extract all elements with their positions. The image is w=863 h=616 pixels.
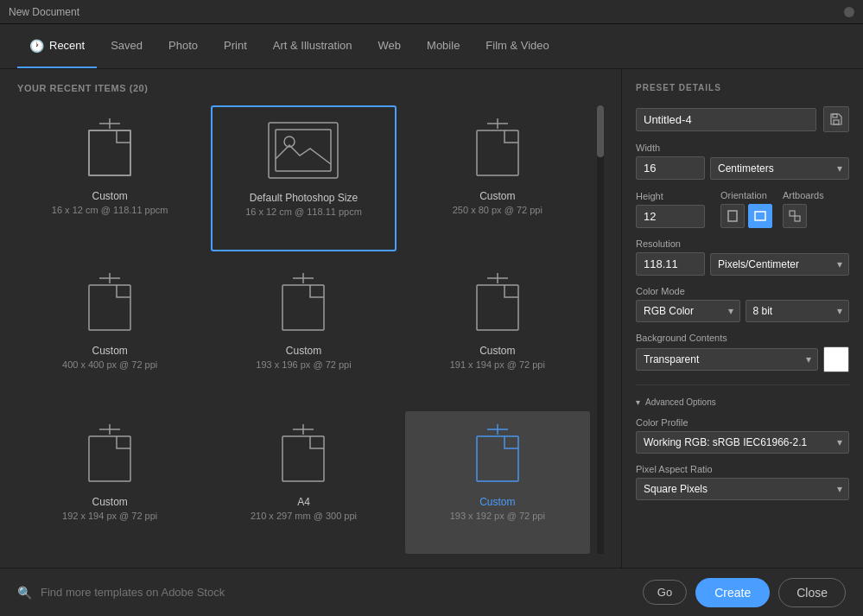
width-unit-wrapper: Centimeters Pixels Inches Millimeters <box>710 157 849 180</box>
advanced-options-toggle[interactable]: ▾ Advanced Options <box>636 397 849 407</box>
orient-artboard-group: Orientation Artboards <box>720 190 824 228</box>
svg-rect-26 <box>477 436 518 481</box>
grid-item-2[interactable]: Default Photoshop Size 16 x 12 cm @ 118.… <box>211 105 396 251</box>
grid-item-9[interactable]: Custom 193 x 192 px @ 72 ppi <box>405 411 590 554</box>
width-field-group: Width Centimeters Pixels Inches Millimet… <box>636 143 849 180</box>
tab-photo[interactable]: Photo <box>156 24 210 68</box>
bg-swatch[interactable] <box>823 346 849 372</box>
grid-item-5[interactable]: Custom 193 x 196 px @ 72 ppi <box>211 260 396 403</box>
save-preset-button[interactable] <box>823 106 849 132</box>
color-profile-select[interactable]: Working RGB: sRGB IEC61966-2.1 <box>636 431 849 454</box>
item-name-5: Custom <box>286 345 321 357</box>
preset-name-input[interactable] <box>636 108 816 131</box>
item-name-8: A4 <box>297 496 310 508</box>
svg-rect-17 <box>477 285 518 330</box>
item-preview-6 <box>454 269 541 338</box>
resolution-unit-select[interactable]: Pixels/Centimeter Pixels/Inch <box>710 253 849 276</box>
item-preview-4 <box>67 269 153 338</box>
height-input[interactable] <box>636 205 705 228</box>
item-desc-5: 193 x 196 px @ 72 ppi <box>256 359 351 370</box>
create-button[interactable]: Create <box>695 578 770 607</box>
item-name-2: Default Photoshop Size <box>250 192 358 204</box>
item-name-6: Custom <box>479 345 515 357</box>
color-mode-label: Color Mode <box>636 286 849 296</box>
left-panel: YOUR RECENT ITEMS (20) C <box>0 69 621 568</box>
height-label: Height <box>636 191 705 201</box>
resolution-field-group: Resolution Pixels/Centimeter Pixels/Inch <box>636 238 849 276</box>
tabs-row: 🕐 Recent Saved Photo Print Art & Illustr… <box>0 24 863 69</box>
svg-rect-14 <box>282 285 324 330</box>
bg-contents-field-group: Background Contents Transparent White Ba… <box>636 333 849 372</box>
artboards-button[interactable] <box>783 204 807 228</box>
tab-art[interactable]: Art & Illustration <box>261 24 365 68</box>
orientation-group: Orientation <box>720 190 772 228</box>
tab-print[interactable]: Print <box>212 24 259 68</box>
tab-web[interactable]: Web <box>366 24 414 68</box>
item-preview-8 <box>260 420 346 489</box>
stock-search-input[interactable] <box>41 586 634 599</box>
item-preview-1 <box>67 114 153 183</box>
item-preview-9 <box>454 420 541 489</box>
svg-rect-32 <box>795 216 800 221</box>
tab-saved[interactable]: Saved <box>98 24 155 68</box>
orientation-buttons <box>720 204 772 228</box>
pixel-aspect-field-group: Pixel Aspect Ratio Square Pixels <box>636 464 849 500</box>
grid-item-4[interactable]: Custom 400 x 400 px @ 72 ppi <box>17 260 202 403</box>
bottom-bar: 🔍 Go Create Close <box>0 568 863 616</box>
tab-film[interactable]: Film & Video <box>473 24 561 68</box>
portrait-button[interactable] <box>720 204 745 228</box>
grid-item-6[interactable]: Custom 191 x 194 px @ 72 ppi <box>405 260 590 403</box>
bit-depth-select[interactable]: 8 bit 16 bit 32 bit <box>746 300 850 322</box>
svg-rect-28 <box>833 114 837 117</box>
color-mode-row: RGB Color CMYK Color Grayscale 8 bit 16 … <box>636 300 849 322</box>
bg-contents-select[interactable]: Transparent White Background Color <box>636 348 818 371</box>
width-label: Width <box>636 143 849 153</box>
item-preview-7 <box>67 420 153 489</box>
resolution-input[interactable] <box>636 252 705 276</box>
color-profile-wrapper: Working RGB: sRGB IEC61966-2.1 <box>636 431 849 454</box>
bit-depth-wrapper: 8 bit 16 bit 32 bit <box>746 300 850 322</box>
hw-orient-row: Height Orientation <box>636 190 849 228</box>
close-dialog-button[interactable]: Close <box>778 578 846 607</box>
scrollbar-thumb[interactable] <box>597 105 604 157</box>
item-desc-7: 192 x 194 px @ 72 ppi <box>62 511 157 521</box>
main-area: YOUR RECENT ITEMS (20) C <box>0 69 863 568</box>
bg-contents-label: Background Contents <box>636 333 849 343</box>
item-name-9: Custom <box>479 496 515 508</box>
tab-mobile[interactable]: Mobile <box>415 24 472 68</box>
close-titlebar-button[interactable] <box>844 7 854 17</box>
color-profile-label: Color Profile <box>636 417 849 428</box>
resolution-row: Pixels/Centimeter Pixels/Inch <box>636 252 849 276</box>
grid-item-8[interactable]: A4 210 x 297 mm @ 300 ppi <box>211 411 396 554</box>
preset-title: PRESET DETAILS <box>636 83 849 92</box>
grid-item-1[interactable]: Custom 16 x 12 cm @ 118.11 ppcm <box>17 105 202 251</box>
resolution-label: Resolution <box>636 238 849 249</box>
recent-items-title: YOUR RECENT ITEMS (20) <box>17 83 604 93</box>
grid-item-7[interactable]: Custom 192 x 194 px @ 72 ppi <box>17 411 202 554</box>
scrollbar-track[interactable] <box>597 105 604 554</box>
divider <box>636 384 849 385</box>
width-row: Centimeters Pixels Inches Millimeters <box>636 156 849 180</box>
orientation-label: Orientation <box>720 190 772 200</box>
tab-recent[interactable]: 🕐 Recent <box>17 24 97 68</box>
pixel-aspect-wrapper: Square Pixels <box>636 478 849 500</box>
item-desc-4: 400 x 400 px @ 72 ppi <box>62 359 157 370</box>
color-mode-select[interactable]: RGB Color CMYK Color Grayscale <box>636 300 740 322</box>
grid-wrapper: Custom 16 x 12 cm @ 118.11 ppcm <box>17 105 604 554</box>
go-button[interactable]: Go <box>643 580 687 605</box>
artboards-group: Artboards <box>783 190 824 228</box>
svg-rect-20 <box>89 436 130 481</box>
item-preview-5 <box>260 269 346 338</box>
grid-item-3[interactable]: Custom 250 x 80 px @ 72 ppi <box>405 105 590 251</box>
svg-rect-3 <box>269 123 338 178</box>
color-mode-field-group: Color Mode RGB Color CMYK Color Grayscal… <box>636 286 849 322</box>
landscape-button[interactable] <box>748 204 772 228</box>
width-input[interactable] <box>636 156 705 180</box>
svg-rect-23 <box>282 436 324 481</box>
width-unit-select[interactable]: Centimeters Pixels Inches Millimeters <box>710 157 849 180</box>
item-desc-8: 210 x 297 mm @ 300 ppi <box>251 511 357 521</box>
color-mode-wrapper: RGB Color CMYK Color Grayscale <box>636 300 740 322</box>
svg-rect-11 <box>89 285 130 330</box>
preset-name-row <box>636 106 849 132</box>
pixel-aspect-select[interactable]: Square Pixels <box>636 478 849 500</box>
